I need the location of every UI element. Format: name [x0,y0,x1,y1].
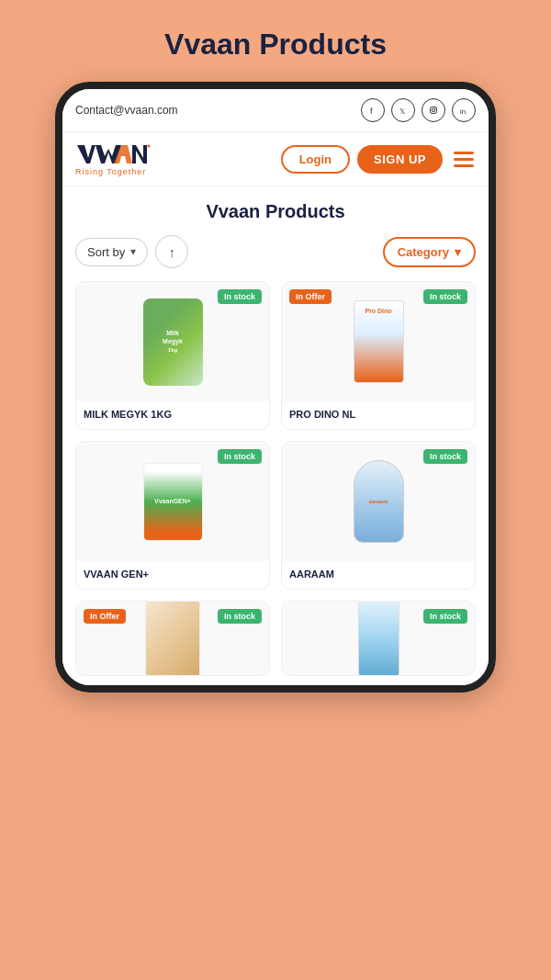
in-stock-badge-5: In stock [218,609,262,624]
products-grid: MilkMegyk1kg In stock MILK MEGYK 1KG Pro… [75,281,476,676]
milk-megyk-image: MilkMegyk1kg [143,299,203,386]
product-name-pro-dino: PRO DINO NL [282,401,475,429]
svg-text:𝕏: 𝕏 [399,107,406,115]
svg-point-3 [432,108,435,112]
product-card-6[interactable]: In stock [281,601,476,676]
hamburger-line-2 [454,158,474,161]
svg-point-11 [148,145,151,148]
sort-by-label: Sort by [87,245,125,259]
facebook-icon[interactable]: f [361,98,385,122]
product-image-vvaan-gen: VvaanGEN+ In stock [76,442,269,561]
top-bar: Contact@vvaan.com f 𝕏 in [62,89,489,132]
in-stock-badge-2: In stock [423,289,467,304]
pro-dino-image: Pro Dino [354,300,404,383]
product-card-pro-dino[interactable]: Pro Dino In Offer In stock PRO DINO NL [281,281,476,430]
svg-marker-6 [77,145,96,163]
product-image-5: In Offer In stock [76,602,269,675]
hamburger-line-3 [454,164,474,167]
product-card-vvaan-gen[interactable]: VvaanGEN+ In stock Vvaan GEN+ [75,441,270,590]
in-stock-badge-1: In stock [218,289,262,304]
nav-buttons: Login SIGN UP [281,145,443,174]
chevron-down-icon: ▾ [130,245,136,258]
in-stock-badge-4: In stock [423,449,467,464]
vvaan-gen-image: VvaanGEN+ [143,463,203,541]
svg-text:f: f [370,107,373,115]
product-card-aaraam[interactable]: aaraam In stock AARAAM [281,441,476,590]
signup-button[interactable]: SIGN UP [357,145,443,174]
main-content: Vvaan Products Sort by ▾ ↑ Category ▾ Mi… [62,186,489,685]
hamburger-line-1 [454,152,474,154]
category-button[interactable]: Category ▾ [383,237,476,267]
section-title: Vvaan Products [75,201,476,222]
in-stock-badge-6: In stock [423,609,467,624]
nav-bar: Rising Together Login SIGN UP [62,132,489,186]
social-icons: f 𝕏 in [361,98,476,122]
in-offer-badge-5: In Offer [84,609,126,624]
product-name-milk-megyk: MILK MEGYK 1KG [76,401,269,429]
product6-image [358,602,399,675]
product-image-aaraam: aaraam In stock [282,442,475,561]
instagram-icon[interactable] [422,98,445,122]
product-card-milk-megyk[interactable]: MilkMegyk1kg In stock MILK MEGYK 1KG [75,281,270,430]
aaraam-image: aaraam [354,460,404,543]
logo-tagline: Rising Together [75,167,146,176]
logo-svg [75,141,158,167]
sort-order-button[interactable]: ↑ [155,235,188,268]
in-stock-badge-3: In stock [218,449,262,464]
product-image-6: In stock [282,602,475,675]
product-card-5[interactable]: In Offer In stock [75,601,270,676]
category-chevron-icon: ▾ [455,245,461,259]
filter-row: Sort by ▾ ↑ Category ▾ [75,235,476,268]
product5-image [145,602,200,675]
linkedin-icon[interactable]: in [452,98,476,122]
login-button[interactable]: Login [281,145,350,174]
page-title: Vvaan Products [164,28,387,62]
svg-text:in: in [460,107,466,115]
logo-area: Rising Together [75,141,272,176]
twitter-icon[interactable]: 𝕏 [391,98,415,122]
hamburger-menu[interactable] [452,150,476,169]
category-label: Category [398,245,449,259]
sort-by-button[interactable]: Sort by ▾ [75,238,148,266]
sort-asc-icon: ↑ [168,244,175,260]
phone-frame: Contact@vvaan.com f 𝕏 in [55,82,496,693]
product-name-aaraam: AARAAM [282,561,475,589]
product-image-pro-dino: Pro Dino In Offer In stock [282,282,475,401]
svg-point-4 [435,107,436,108]
in-offer-badge-2: In Offer [289,289,332,304]
contact-email: Contact@vvaan.com [75,104,178,117]
product-image-milk-megyk: MilkMegyk1kg In stock [76,282,269,401]
product-name-vvaan-gen: Vvaan GEN+ [76,561,269,589]
